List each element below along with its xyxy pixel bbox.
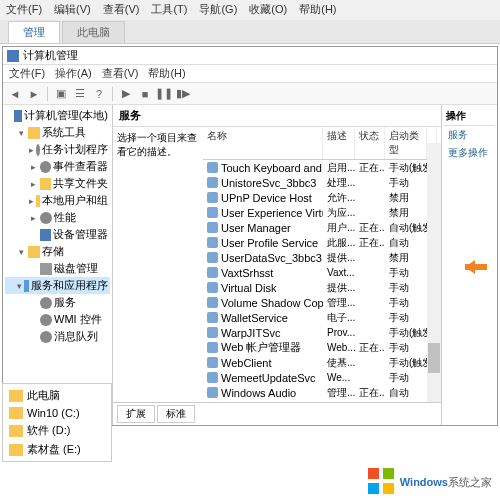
tree-item[interactable]: 消息队列 bbox=[5, 328, 110, 345]
service-row[interactable]: WemeetUpdateSvcWe...手动∃ bbox=[203, 370, 441, 385]
actions-panel-label: 服务 bbox=[444, 126, 495, 144]
back-button[interactable]: ◄ bbox=[7, 86, 23, 102]
service-start: 手动 bbox=[385, 296, 427, 310]
tree-item[interactable]: WMI 控件 bbox=[5, 311, 110, 328]
service-row[interactable]: Touch Keyboard and Ha...启用...正在...手动(触发.… bbox=[203, 160, 441, 175]
expand-icon[interactable]: ▾ bbox=[17, 281, 22, 291]
winmenu-file[interactable]: 文件(F) bbox=[9, 66, 45, 81]
tree-item[interactable]: ▾系统工具 bbox=[5, 124, 110, 141]
props-button[interactable]: ☰ bbox=[72, 86, 88, 102]
stop-button[interactable]: ■ bbox=[137, 86, 153, 102]
service-row[interactable]: User Experience Virtualiz...为应...禁用∃ bbox=[203, 205, 441, 220]
menu-view[interactable]: 查看(V) bbox=[103, 2, 140, 18]
more-actions[interactable]: 更多操作 bbox=[444, 144, 495, 162]
explorer-item[interactable]: Win10 (C:) bbox=[5, 405, 109, 421]
service-name: UnistoreSvc_3bbc3 bbox=[221, 177, 316, 189]
tab-manage[interactable]: 管理 bbox=[8, 21, 60, 43]
tree-item[interactable]: 服务 bbox=[5, 294, 110, 311]
service-row[interactable]: Virtual Disk提供...手动∃ bbox=[203, 280, 441, 295]
expand-icon[interactable]: ▾ bbox=[17, 247, 26, 257]
expand-icon[interactable]: ▸ bbox=[29, 162, 38, 172]
expand-icon[interactable]: ▸ bbox=[29, 145, 34, 155]
tree-item[interactable]: ▸本地用户和组 bbox=[5, 192, 110, 209]
actions-header: 操作 bbox=[444, 107, 495, 126]
tab-standard[interactable]: 标准 bbox=[157, 405, 195, 423]
view-tabs: 扩展 标准 bbox=[113, 402, 441, 425]
column-headers[interactable]: 名称 描述 状态 启动类型 bbox=[203, 127, 441, 160]
menu-edit[interactable]: 编辑(V) bbox=[54, 2, 91, 18]
col-status[interactable]: 状态 bbox=[355, 127, 385, 159]
drive-icon bbox=[9, 444, 23, 456]
expand-icon[interactable]: ▸ bbox=[29, 213, 38, 223]
col-desc[interactable]: 描述 bbox=[323, 127, 355, 159]
service-row[interactable]: UPnP Device Host允许...禁用∃ bbox=[203, 190, 441, 205]
services-list[interactable]: 名称 描述 状态 启动类型 Touch Keyboard and Ha...启用… bbox=[203, 127, 441, 402]
node-icon bbox=[36, 195, 40, 207]
expand-icon[interactable]: ▸ bbox=[29, 196, 34, 206]
refresh-button[interactable]: ? bbox=[91, 86, 107, 102]
tree-item[interactable]: 计算机管理(本地) bbox=[5, 107, 110, 124]
service-icon bbox=[207, 312, 218, 323]
service-name: Windows Audio Endpoint... bbox=[221, 402, 323, 403]
winmenu-help[interactable]: 帮助(H) bbox=[148, 66, 185, 81]
menu-nav[interactable]: 导航(G) bbox=[199, 2, 237, 18]
menu-help[interactable]: 帮助(H) bbox=[299, 2, 336, 18]
tree-item[interactable]: ▸任务计划程序 bbox=[5, 141, 110, 158]
explorer-item[interactable]: 此电脑 bbox=[5, 386, 109, 405]
tree-item[interactable]: ▾存储 bbox=[5, 243, 110, 260]
menu-file[interactable]: 文件(F) bbox=[6, 2, 42, 18]
menu-fav[interactable]: 收藏(O) bbox=[249, 2, 287, 18]
service-row[interactable]: Web 帐户管理器Web...正在...手动∃ bbox=[203, 340, 441, 355]
service-row[interactable]: WarpJITSvcProv...手动(触发...∃ bbox=[203, 325, 441, 340]
service-row[interactable]: Windows Audio管理...正在...自动∃ bbox=[203, 385, 441, 400]
service-status: 正在... bbox=[355, 386, 385, 400]
service-row[interactable]: Volume Shadow Copy管理...手动∃ bbox=[203, 295, 441, 310]
explorer-tree[interactable]: 此电脑Win10 (C:)软件 (D:)素材盘 (E:) bbox=[2, 383, 112, 462]
tree-item[interactable]: ▸共享文件夹 bbox=[5, 175, 110, 192]
restart-button[interactable]: ▮▶ bbox=[175, 86, 191, 102]
expand-icon[interactable]: ▾ bbox=[17, 128, 26, 138]
service-row[interactable]: UserDataSvc_3bbc3提供...禁用∃ bbox=[203, 250, 441, 265]
service-row[interactable]: Windows Audio Endpoint...管理...正在...自动∃ bbox=[203, 400, 441, 402]
service-desc: 用户... bbox=[323, 221, 355, 235]
window-title: 计算机管理 bbox=[23, 48, 78, 63]
nav-tree[interactable]: 计算机管理(本地)▾系统工具▸任务计划程序▸事件查看器▸共享文件夹▸本地用户和组… bbox=[3, 105, 113, 425]
service-desc: 管理... bbox=[323, 386, 355, 400]
play-button[interactable]: ▶ bbox=[118, 86, 134, 102]
node-label: WMI 控件 bbox=[54, 312, 102, 327]
service-icon bbox=[207, 327, 218, 338]
winmenu-view[interactable]: 查看(V) bbox=[102, 66, 139, 81]
fwd-button[interactable]: ► bbox=[26, 86, 42, 102]
vertical-scrollbar[interactable] bbox=[427, 143, 441, 402]
explorer-item[interactable]: 软件 (D:) bbox=[5, 421, 109, 440]
explorer-item[interactable]: 素材盘 (E:) bbox=[5, 440, 109, 459]
service-row[interactable]: User Manager用户...正在...自动(触发...∃ bbox=[203, 220, 441, 235]
up-button[interactable]: ▣ bbox=[53, 86, 69, 102]
tree-item[interactable]: 磁盘管理 bbox=[5, 260, 110, 277]
service-row[interactable]: WalletService电子...手动∃ bbox=[203, 310, 441, 325]
scroll-thumb[interactable] bbox=[428, 343, 440, 373]
service-name: Windows Audio bbox=[221, 387, 296, 399]
col-name[interactable]: 名称 bbox=[203, 127, 323, 159]
tab-thispc[interactable]: 此电脑 bbox=[62, 21, 125, 43]
tree-item[interactable]: ▸性能 bbox=[5, 209, 110, 226]
menu-tools[interactable]: 工具(T) bbox=[151, 2, 187, 18]
tree-item[interactable]: 设备管理器 bbox=[5, 226, 110, 243]
winmenu-action[interactable]: 操作(A) bbox=[55, 66, 92, 81]
service-row[interactable]: User Profile Service此服...正在...自动∃ bbox=[203, 235, 441, 250]
service-desc: 提供... bbox=[323, 251, 355, 265]
col-start[interactable]: 启动类型 bbox=[385, 127, 427, 159]
pause-button[interactable]: ❚❚ bbox=[156, 86, 172, 102]
service-row[interactable]: WebClient使基...手动(触发...∃ bbox=[203, 355, 441, 370]
service-start: 禁用 bbox=[385, 251, 427, 265]
service-icon bbox=[207, 297, 218, 308]
service-row[interactable]: VaxtSrhsstVaxt...手动∃ bbox=[203, 265, 441, 280]
service-row[interactable]: UnistoreSvc_3bbc3处理...手动∃ bbox=[203, 175, 441, 190]
tree-item[interactable]: ▾服务和应用程序 bbox=[5, 277, 110, 294]
expand-icon[interactable]: ▸ bbox=[29, 179, 38, 189]
tab-extended[interactable]: 扩展 bbox=[117, 405, 155, 423]
service-name: User Profile Service bbox=[221, 237, 318, 249]
tree-item[interactable]: ▸事件查看器 bbox=[5, 158, 110, 175]
node-icon bbox=[40, 229, 51, 241]
service-desc: Vaxt... bbox=[323, 267, 355, 278]
